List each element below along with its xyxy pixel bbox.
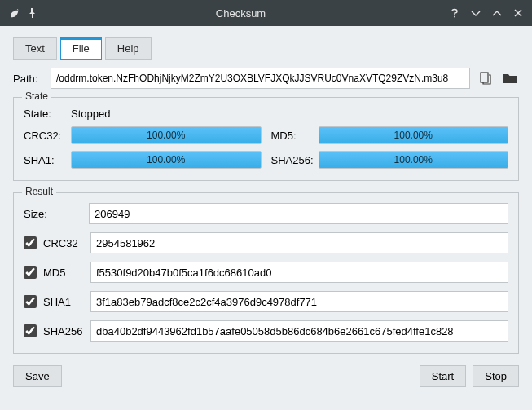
md5-progress: 100.00% [319, 126, 509, 144]
state-legend: State [22, 90, 51, 102]
stop-button[interactable]: Stop [473, 365, 519, 387]
path-input[interactable] [51, 68, 470, 89]
tabs: Text File Help [13, 37, 519, 60]
content-area: Text File Help Path: State State: Stoppe… [0, 26, 532, 395]
copy-path-icon[interactable] [477, 69, 495, 87]
sha256-value[interactable] [90, 320, 508, 342]
size-value[interactable] [89, 203, 508, 224]
md5-value[interactable] [90, 262, 508, 283]
sha256-checkbox[interactable] [24, 324, 37, 337]
tab-text[interactable]: Text [13, 37, 57, 60]
sha1-value[interactable] [90, 291, 508, 312]
sha1-label: SHA1 [43, 296, 84, 308]
bottom-buttons: Save Start Stop [13, 365, 519, 387]
crc32-label: CRC32 [43, 237, 84, 249]
browse-folder-icon[interactable] [501, 69, 519, 87]
crc32-progress-label: CRC32: [24, 130, 64, 142]
crc32-checkbox[interactable] [24, 236, 37, 249]
svg-rect-2 [481, 73, 488, 82]
sha1-progress: 100.00% [71, 151, 262, 169]
pin-icon[interactable] [26, 7, 37, 19]
md5-label: MD5 [43, 267, 84, 279]
path-label: Path: [13, 73, 44, 85]
result-panel: Result Size: CRC32 MD5 SHA1 SHA256 [13, 192, 519, 354]
save-button[interactable]: Save [13, 365, 62, 387]
tab-file[interactable]: File [60, 37, 102, 60]
tab-help[interactable]: Help [105, 37, 152, 60]
crc32-value[interactable] [90, 232, 508, 253]
size-label: Size: [24, 208, 82, 220]
sha256-progress-label: SHA256: [271, 154, 312, 166]
state-label: State: [24, 108, 64, 120]
crc32-progress: 100.00% [71, 126, 262, 144]
md5-progress-label: MD5: [271, 130, 312, 142]
result-legend: Result [22, 186, 56, 197]
help-icon[interactable] [449, 7, 460, 19]
md5-checkbox[interactable] [24, 266, 37, 279]
sha256-progress: 100.00% [319, 151, 509, 169]
maximize-icon[interactable] [491, 7, 503, 19]
close-icon[interactable] [512, 7, 524, 19]
state-panel: State State: Stopped CRC32: 100.00% MD5:… [13, 97, 519, 181]
sha256-label: SHA256 [43, 325, 84, 337]
sha1-checkbox[interactable] [24, 295, 37, 308]
path-row: Path: [13, 68, 519, 89]
svg-point-1 [454, 16, 455, 18]
svg-point-0 [16, 10, 18, 11]
start-button[interactable]: Start [420, 365, 466, 387]
state-value: Stopped [71, 108, 110, 120]
sha1-progress-label: SHA1: [24, 154, 64, 166]
app-icon [8, 7, 21, 20]
minimize-icon[interactable] [470, 7, 481, 19]
window-title: Checksum [42, 7, 439, 20]
titlebar: Checksum [0, 0, 532, 26]
